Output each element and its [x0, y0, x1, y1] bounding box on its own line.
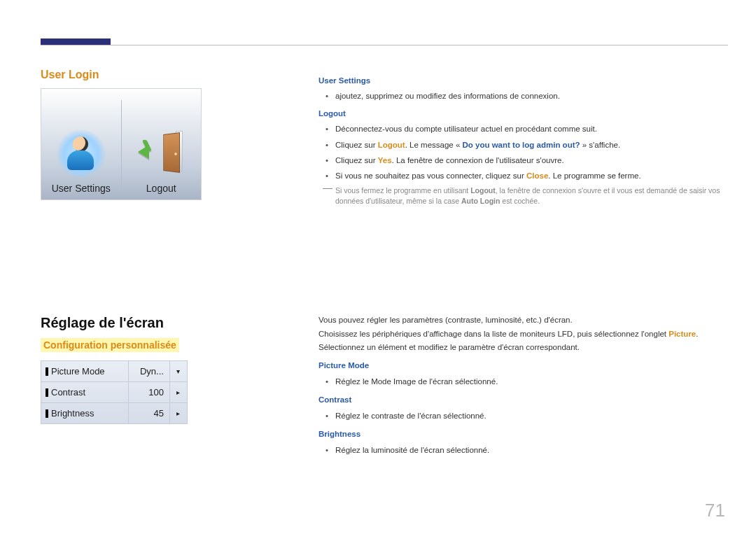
user-settings-icon [57, 129, 106, 178]
user-login-section: User Login User Settings Logout [41, 69, 202, 200]
logout-label: Logout [146, 183, 176, 194]
contrast-value[interactable]: 100 [129, 382, 170, 403]
list-item: Réglez le contraste de l'écran sélection… [328, 409, 728, 423]
user-settings-button[interactable]: User Settings [41, 89, 121, 199]
stepper-icon[interactable]: ▸ [169, 403, 187, 424]
header-rule [41, 45, 728, 45]
table-row: Contrast 100 ▸ [41, 382, 188, 403]
user-login-heading: User Login [41, 69, 202, 81]
setting-label: Brightness [51, 408, 94, 419]
user-login-description: User Settings ajoutez, supprimez ou modi… [318, 70, 728, 207]
row-marker-icon [46, 409, 48, 418]
list-item: Réglez le Mode Image de l'écran sélectio… [328, 375, 728, 389]
logout-icon [136, 129, 186, 178]
logout-button[interactable]: Logout [122, 89, 202, 199]
dropdown-icon[interactable]: ▾ [169, 361, 187, 382]
list-item: Réglez la luminosité de l'écran sélectio… [328, 444, 728, 458]
page-number: 71 [705, 500, 725, 521]
row-marker-icon [46, 388, 48, 397]
screen-adjust-heading: Réglage de l'écran [41, 315, 188, 331]
screen-adjust-section: Réglage de l'écran Configuration personn… [41, 315, 188, 424]
paragraph: Vous pouvez régler les paramètres (contr… [318, 314, 728, 328]
picture-mode-value[interactable]: Dyn... [129, 361, 170, 382]
row-marker-icon [46, 367, 48, 376]
contrast-subheading: Contrast [318, 393, 728, 407]
list-item: Si vous ne souhaitez pas vous connecter,… [328, 169, 728, 182]
custom-config-heading: Configuration personnalisée [41, 338, 179, 352]
table-row: Brightness 45 ▸ [41, 403, 188, 424]
list-item: Cliquez sur Logout. Le message « Do you … [328, 139, 728, 151]
user-login-panel: User Settings Logout [41, 88, 202, 200]
logout-note: Si vous fermez le programme en utilisant… [335, 185, 728, 208]
brightness-value[interactable]: 45 [129, 403, 170, 424]
list-item: Déconnectez-vous du compte utilisateur a… [328, 122, 728, 135]
logout-subheading: Logout [318, 107, 728, 120]
table-row: Picture Mode Dyn... ▾ [41, 361, 188, 382]
setting-label: Contrast [51, 387, 85, 398]
list-item: ajoutez, supprimez ou modifiez des infor… [328, 90, 728, 102]
list-item: Cliquez sur Yes. La fenêtre de connexion… [328, 154, 728, 167]
paragraph: Choisissez les périphériques d'affichage… [318, 328, 728, 342]
stepper-icon[interactable]: ▸ [169, 382, 187, 403]
setting-label: Picture Mode [51, 366, 105, 377]
user-settings-label: User Settings [52, 183, 111, 194]
picture-mode-subheading: Picture Mode [318, 359, 728, 373]
brightness-subheading: Brightness [318, 428, 728, 442]
user-settings-subheading: User Settings [318, 74, 728, 87]
screen-adjust-description: Vous pouvez régler les paramètres (contr… [318, 314, 728, 461]
paragraph: Sélectionnez un élément et modifiez le p… [318, 341, 728, 355]
picture-settings-table: Picture Mode Dyn... ▾ Contrast 100 ▸ Bri… [41, 360, 188, 424]
